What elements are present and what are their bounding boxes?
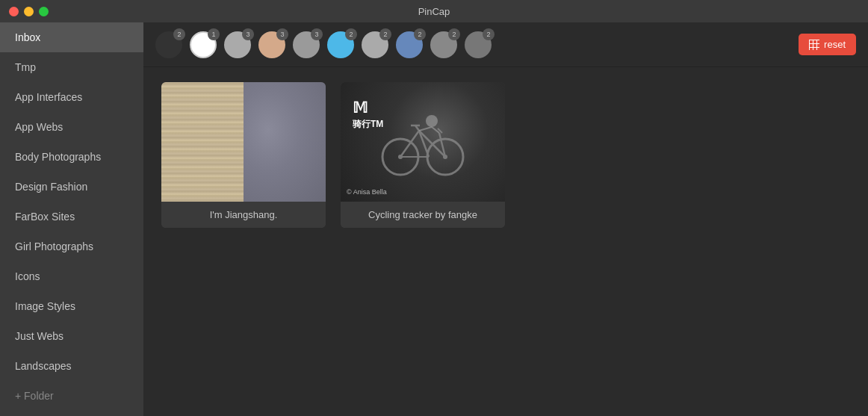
card-jiangshang-title: I'm Jiangshang. [161,202,326,228]
card-jiangshang[interactable]: I'm Jiangshang. [161,82,326,228]
close-button[interactable] [9,7,19,16]
circle-count-9: 2 [483,28,495,40]
bike-svg [378,105,468,179]
svg-line-14 [432,127,439,133]
circle-wrapper-7: 2 [396,31,423,58]
sidebar-item-inbox[interactable]: Inbox [0,22,143,52]
maximize-button[interactable] [39,7,49,16]
circle-wrapper-9: 2 [465,31,492,58]
circle-count-0: 2 [173,28,185,40]
card-jiangshang-image [161,82,326,202]
cycling-logo: 𝕄 骑行TM [353,97,383,131]
circle-wrapper-3: 3 [258,31,285,58]
app-title: PinCap [418,6,450,17]
circle-wrapper-5: 2 [327,31,354,58]
card-cycling-image: 𝕄 骑行TM © Anisa Bella [341,82,505,202]
svg-line-4 [400,131,419,157]
sidebar-item-app-webs[interactable]: App Webs [0,112,143,142]
sidebar-item-just-webs[interactable]: Just Webs [0,321,143,351]
traffic-lights [9,7,49,16]
cards-grid: I'm Jiangshang. [143,67,868,416]
sidebar-item-body-photographs[interactable]: Body Photographs [0,142,143,172]
content-area: 2133322222 reset I'm Jiangshang. [143,22,868,416]
circle-count-2: 3 [242,28,254,40]
circle-wrapper-0: 2 [155,31,182,58]
circle-wrapper-2: 3 [224,31,251,58]
add-folder-button[interactable]: + Folder [0,381,143,411]
top-bar: 2133322222 reset [143,22,868,67]
circle-count-8: 2 [448,28,460,40]
circle-count-6: 2 [379,28,391,40]
sidebar-item-girl-photographs[interactable]: Girl Photographs [0,232,143,261]
cycling-copyright: © Anisa Bella [347,188,387,196]
wood-texture [161,82,244,202]
card-cycling-title: Cycling tracker by fangke [341,202,505,228]
circle-count-5: 2 [345,28,357,40]
sidebar-item-farbox-sites[interactable]: FarBox Sites [0,202,143,232]
card-cycling[interactable]: 𝕄 骑行TM © Anisa Bella Cycling tracker by … [341,82,505,228]
sidebar-item-tmp[interactable]: Tmp [0,52,143,82]
cycling-photo: 𝕄 骑行TM © Anisa Bella [341,82,505,202]
circle-count-7: 2 [414,28,426,40]
svg-line-13 [419,127,432,131]
sidebar-item-image-styles[interactable]: Image Styles [0,291,143,321]
circle-count-1: 1 [208,28,220,40]
cycling-logo-icon: 𝕄 [353,97,383,118]
reset-label: reset [824,39,846,50]
reset-button[interactable]: reset [799,34,856,55]
circle-wrapper-6: 2 [362,31,388,58]
circle-wrapper-1: 1 [190,31,217,58]
circle-count-4: 3 [311,28,323,40]
title-bar: PinCap [0,0,868,22]
cycling-logo-text: 骑行TM [353,118,383,131]
circle-count-3: 3 [276,28,288,40]
grid-icon [809,40,819,50]
sidebar-item-icons[interactable]: Icons [0,261,143,291]
sidebar-item-design-fashion[interactable]: Design Fashion [0,172,143,202]
circle-wrapper-4: 3 [293,31,320,58]
stone-texture [244,82,326,202]
sidebar: InboxTmpApp InterfacesApp WebsBody Photo… [0,22,143,416]
sidebar-item-landscapes[interactable]: Landscapes [0,351,143,381]
main-layout: InboxTmpApp InterfacesApp WebsBody Photo… [0,22,868,416]
svg-point-12 [426,115,438,127]
sidebar-item-app-interfaces[interactable]: App Interfaces [0,82,143,112]
circle-wrapper-8: 2 [430,31,457,58]
minimize-button[interactable] [24,7,34,16]
